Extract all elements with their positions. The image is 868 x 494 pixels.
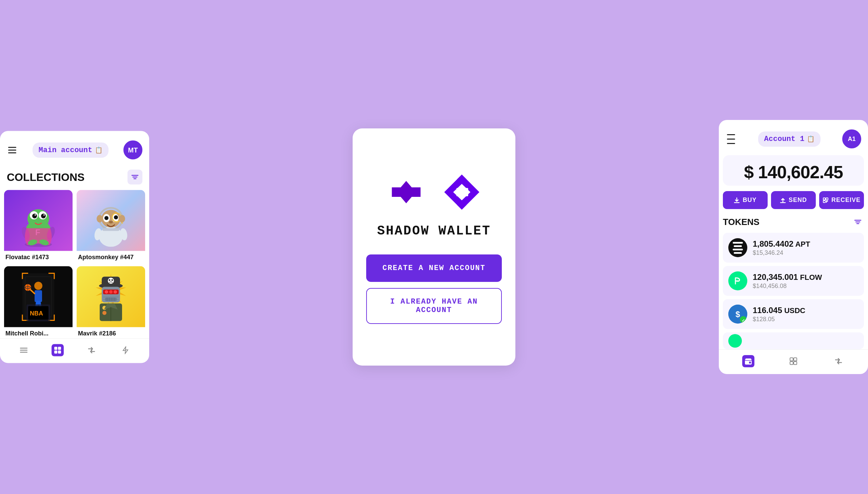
send-button[interactable]: SEND: [771, 191, 816, 209]
create-account-button[interactable]: CREATE A NEW ACCOUNT: [366, 254, 502, 282]
main-account-label: Main account: [39, 146, 92, 154]
svg-point-51: [105, 290, 108, 293]
svg-point-33: [34, 282, 42, 290]
left-bottom-nav: [0, 339, 149, 363]
main-account-badge[interactable]: Main account 📋: [33, 142, 109, 157]
svg-rect-34: [35, 290, 42, 302]
usdc-token-icon: $ ✓: [728, 305, 747, 324]
collections-header: COLLECTIONS: [0, 166, 149, 190]
svg-point-52: [109, 290, 113, 293]
svg-rect-79: [826, 198, 828, 200]
nft-image-4: [77, 266, 145, 327]
apt-token-info: 1,805.4402 APT $15,346.24: [753, 239, 858, 256]
svg-rect-81: [826, 201, 827, 202]
nft-label-3: Mitchell Robi...: [4, 327, 73, 339]
action-buttons: BUY SEND RECEIVE: [719, 191, 868, 216]
right-menu-icon[interactable]: [725, 133, 736, 145]
buy-button[interactable]: BUY: [723, 191, 768, 209]
flow-amount: 120,345.001 FLOW: [753, 272, 858, 282]
main-avatar[interactable]: MT: [124, 140, 143, 159]
menu-icon[interactable]: [7, 145, 18, 154]
flow-token-icon: [728, 271, 747, 290]
wallet-name: SHADOW WALLET: [377, 224, 491, 238]
svg-rect-95: [794, 358, 797, 361]
nft-label-1: Flovatac #1473: [4, 251, 73, 262]
flow-token-info: 120,345.001 FLOW $140,456.08: [753, 272, 858, 290]
nav-transfer-icon[interactable]: [86, 344, 98, 357]
flow-token-card[interactable]: 120,345.001 FLOW $140,456.08: [723, 266, 864, 296]
svg-point-24: [105, 216, 109, 220]
right-nav-grid[interactable]: [787, 355, 799, 367]
partial-token-card[interactable]: [723, 332, 864, 349]
apt-usd: $15,346.24: [753, 249, 858, 256]
svg-rect-71: [58, 351, 61, 354]
svg-point-8: [32, 213, 37, 218]
usdc-token-card[interactable]: $ ✓ 116.045 USDC $128.05: [723, 299, 864, 329]
svg-rect-82: [827, 201, 828, 202]
upload-icon: [780, 197, 786, 203]
nft-image-3: NBA: [4, 266, 73, 327]
svg-rect-29: [103, 228, 119, 231]
right-nav-transfer[interactable]: [832, 355, 845, 367]
svg-point-46: [108, 278, 114, 284]
left-panel: Main account 📋 MT COLLECTIONS: [0, 131, 149, 363]
flow-usd: $140,456.08: [753, 283, 858, 290]
nft-image-2: [77, 190, 145, 251]
copy-icon: 📋: [95, 146, 103, 154]
left-header: Main account 📋 MT: [0, 131, 149, 166]
nav-grid-icon[interactable]: [52, 344, 64, 357]
svg-rect-96: [790, 362, 793, 365]
svg-rect-83: [826, 202, 827, 203]
download-icon: [734, 197, 740, 203]
nft-card-3[interactable]: NBA Mitchell Robi...: [4, 266, 73, 339]
svg-text:✓: ✓: [741, 318, 745, 323]
svg-text:$: $: [735, 310, 740, 319]
tokens-filter-icon[interactable]: [852, 216, 864, 228]
right-nav-wallet[interactable]: [742, 355, 754, 367]
svg-point-11: [43, 214, 45, 215]
center-panel: SHADOW WALLET CREATE A NEW ACCOUNT I ALR…: [353, 128, 515, 366]
svg-rect-80: [823, 201, 825, 203]
nav-menu-icon[interactable]: [18, 344, 30, 357]
svg-point-26: [109, 221, 113, 223]
apt-amount: 1,805.4402 APT: [753, 239, 858, 249]
right-bottom-nav: [719, 349, 868, 374]
tokens-section: TOKENS 1,805.4402: [719, 216, 868, 349]
usdc-amount: 116.045 USDC: [753, 306, 858, 315]
svg-point-10: [35, 214, 36, 215]
svg-point-28: [119, 215, 125, 222]
svg-point-25: [114, 215, 118, 219]
nft-card-4[interactable]: Mavrik #2186: [77, 266, 145, 339]
svg-point-47: [109, 279, 111, 281]
receive-button[interactable]: RECEIVE: [819, 191, 864, 209]
nft-label-2: Aptosmonkey #447: [77, 251, 145, 262]
filter-icon[interactable]: [128, 170, 143, 185]
existing-account-button[interactable]: I ALREADY HAVE AN ACCOUNT: [366, 288, 502, 324]
tokens-title: TOKENS: [723, 217, 759, 227]
nft-grid: F Flovatac #1473: [0, 190, 149, 339]
usdc-token-info: 116.045 USDC $128.05: [753, 306, 858, 323]
account1-avatar[interactable]: A1: [842, 129, 861, 148]
apt-token-icon: [728, 238, 747, 257]
nft-card-1[interactable]: F Flovatac #1473: [4, 190, 73, 262]
svg-rect-74: [456, 188, 461, 196]
nft-card-2[interactable]: Aptosmonkey #447: [77, 190, 145, 262]
svg-point-48: [112, 279, 113, 281]
svg-rect-75: [463, 188, 468, 196]
account1-label: Account 1: [764, 135, 805, 143]
nft-label-4: Mavrik #2186: [77, 327, 145, 339]
qr-icon: [823, 197, 829, 203]
nft-image-1: F: [4, 190, 73, 251]
svg-rect-97: [794, 362, 797, 365]
right-copy-icon: 📋: [807, 135, 814, 142]
svg-point-53: [114, 290, 117, 293]
svg-text:NBA: NBA: [30, 310, 43, 317]
svg-point-5: [27, 209, 49, 228]
partial-token-icon: [728, 334, 742, 348]
wallet-logo: [379, 170, 489, 215]
apt-token-card[interactable]: 1,805.4402 APT $15,346.24: [723, 233, 864, 263]
nav-lightning-icon[interactable]: [119, 344, 132, 357]
svg-rect-69: [58, 347, 61, 350]
svg-point-63: [103, 311, 107, 315]
account1-badge[interactable]: Account 1 📋: [758, 131, 821, 147]
